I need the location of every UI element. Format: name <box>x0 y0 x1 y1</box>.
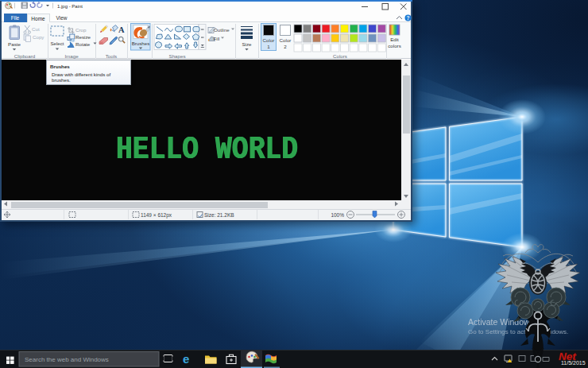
svg-text:Paste: Paste <box>8 41 21 47</box>
svg-text:Crop: Crop <box>75 27 87 33</box>
svg-text:2: 2 <box>284 44 287 49</box>
svg-text:A: A <box>118 25 125 34</box>
svg-text:colors: colors <box>388 43 401 48</box>
svg-text:Size: Size <box>242 41 252 47</box>
svg-text:Resize: Resize <box>75 34 91 40</box>
svg-text:Brushes: Brushes <box>132 41 150 46</box>
svg-text:Cut: Cut <box>32 26 40 32</box>
svg-text:1149 × 612px: 1149 × 612px <box>141 212 172 219</box>
svg-text:Search the web and Windows: Search the web and Windows <box>25 356 109 363</box>
svg-text:Size: 21.2KB: Size: 21.2KB <box>204 212 234 218</box>
svg-text:Copy: Copy <box>33 34 44 40</box>
svg-text:Color: Color <box>263 37 275 43</box>
svg-text:100%: 100% <box>331 212 344 218</box>
svg-text:?: ? <box>407 15 410 21</box>
svg-text:Rotate: Rotate <box>75 41 91 47</box>
svg-text:e: e <box>183 352 189 366</box>
svg-text:Color: Color <box>280 37 292 43</box>
svg-text:Fill: Fill <box>214 36 220 41</box>
svg-text:1: 1 <box>267 44 270 49</box>
svg-text:Select: Select <box>50 41 64 46</box>
svg-text:Outline: Outline <box>214 27 230 33</box>
svg-text:Edit: Edit <box>390 37 399 42</box>
